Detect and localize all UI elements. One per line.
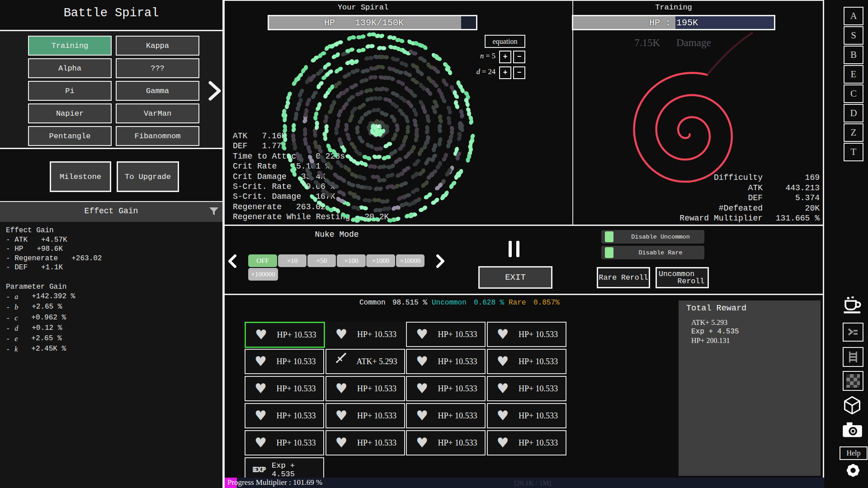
checkbox-icon[interactable] <box>605 247 613 258</box>
effect-label: - Regenerate <box>6 254 58 263</box>
sidebar-tab-pentangle[interactable]: Pentangle <box>28 126 112 146</box>
nuke-option-x100000[interactable]: ×100000 <box>248 268 278 281</box>
total-reward-title: Total Reward <box>686 304 746 313</box>
hotkey-c[interactable]: C <box>844 84 863 103</box>
terminal-icon[interactable] <box>843 323 863 342</box>
ladder-icon[interactable] <box>843 347 863 367</box>
nuke-option-x50[interactable]: ×50 <box>307 254 336 267</box>
reward-card-hp-10.533[interactable]: ♥HP+ 10.533 <box>487 403 566 428</box>
reward-card-hp-10.533[interactable]: ♥HP+ 10.533 <box>245 376 324 401</box>
nuke-option-x10000[interactable]: ×10000 <box>396 254 425 267</box>
effect-value: +263.02 <box>71 254 102 263</box>
settings-gear-icon[interactable] <box>844 461 863 482</box>
hotkey-b[interactable]: B <box>844 46 863 64</box>
pause-icon[interactable] <box>509 241 512 257</box>
d-increase-button[interactable]: + <box>499 66 511 79</box>
filter-icon[interactable] <box>209 207 219 218</box>
camera-icon[interactable] <box>842 421 863 441</box>
reward-card-hp-10.533[interactable]: ♥HP+ 10.533 <box>487 376 566 401</box>
card-text: HP+ 10.533 <box>353 323 401 346</box>
parameter-label: - k <box>6 344 18 355</box>
reward-card-atk-5.293[interactable]: ATK+ 5.293 <box>326 349 405 374</box>
sidebar-tab-[interactable]: ??? <box>116 58 199 78</box>
progress-bar: Progress Multiplier : 101.69 % [20.1K / … <box>225 478 824 488</box>
nuke-option-x10[interactable]: ×10 <box>278 254 307 267</box>
hotkey-z[interactable]: Z <box>844 123 863 142</box>
heart-icon: ♥ <box>497 355 509 368</box>
sidebar-tab-napier[interactable]: Napier <box>28 103 112 123</box>
reward-card-hp-10.533[interactable]: ♥HP+ 10.533 <box>406 349 486 374</box>
reward-card-hp-10.533[interactable]: ♥HP+ 10.533 <box>487 430 566 455</box>
enemy-stat-row: Difficulty169 <box>679 173 820 183</box>
sidebar-tab-kappa[interactable]: Kappa <box>116 36 199 56</box>
reward-card-hp-10.533[interactable]: ♥HP+ 10.533 <box>326 322 405 347</box>
total-reward-line: ATK+ 5.293 <box>691 319 727 327</box>
stat-value: 5.374 <box>772 193 820 203</box>
effect-value: +4.57K <box>41 235 67 245</box>
reward-card-hp-10.533[interactable]: ♥HP+ 10.533 <box>245 322 325 348</box>
reward-card-hp-10.533[interactable]: ♥HP+ 10.533 <box>326 430 405 455</box>
reward-card-hp-10.533[interactable]: ♥HP+ 10.533 <box>245 403 324 428</box>
reward-card-hp-10.533[interactable]: ♥HP+ 10.533 <box>245 349 324 374</box>
exit-button[interactable]: EXIT <box>478 266 552 289</box>
checkerboard-icon[interactable] <box>843 371 863 391</box>
milestone-button[interactable]: Milestone <box>50 161 111 192</box>
d-decrease-button[interactable]: − <box>513 66 525 79</box>
card-text: HP+ 10.533 <box>514 404 563 427</box>
card-text: HP+ 10.533 <box>514 350 563 373</box>
reward-card-hp-10.533[interactable]: ♥HP+ 10.533 <box>487 349 566 374</box>
effect-label: - DEF <box>6 263 28 272</box>
coffee-icon[interactable] <box>843 296 863 318</box>
toggle-disable-rare[interactable]: Disable Rare <box>601 246 704 259</box>
checkbox-icon[interactable] <box>605 231 613 242</box>
reward-card-hp-10.533[interactable]: ♥HP+ 10.533 <box>406 430 486 455</box>
stat-label: Difficulty <box>714 173 763 183</box>
nuke-next-chevron-icon[interactable] <box>435 254 445 270</box>
card-text: HP+ 10.533 <box>353 377 401 400</box>
nuke-option-x1000[interactable]: ×1000 <box>366 254 395 267</box>
sidebar-tab-alpha[interactable]: Alpha <box>28 58 112 78</box>
tabs-next-chevron-icon[interactable] <box>207 80 222 103</box>
damage-value: 7.15K <box>601 37 660 49</box>
hotkey-s[interactable]: S <box>844 26 863 45</box>
reward-card-hp-10.533[interactable]: ♥HP+ 10.533 <box>406 322 486 347</box>
n-decrease-button[interactable]: − <box>513 51 525 63</box>
card-text: HP+ 10.533 <box>514 431 563 455</box>
reward-card-hp-10.533[interactable]: ♥HP+ 10.533 <box>326 376 405 401</box>
cube-icon[interactable] <box>842 395 863 418</box>
uncommon-reroll-button[interactable]: Uncommon Reroll <box>656 267 709 288</box>
hotkey-t[interactable]: T <box>844 143 863 161</box>
hotkey-e[interactable]: E <box>844 65 863 84</box>
hotkey-a[interactable]: A <box>844 7 863 25</box>
sidebar-tab-training[interactable]: Training <box>28 36 112 56</box>
to-upgrade-button[interactable]: To Upgrade <box>117 161 179 192</box>
sidebar-tab-pi[interactable]: Pi <box>28 81 112 101</box>
reward-card-hp-10.533[interactable]: ♥HP+ 10.533 <box>487 322 566 347</box>
help-button[interactable]: Help <box>840 446 868 460</box>
sidebar-tab-varman[interactable]: VarMan <box>116 103 199 123</box>
nuke-option-off[interactable]: OFF <box>248 254 277 267</box>
reward-card-hp-10.533[interactable]: ♥HP+ 10.533 <box>245 430 324 455</box>
rare-reroll-button[interactable]: Rare Reroll <box>597 267 650 288</box>
sidebar-tab-fibanomnom[interactable]: Fibanomnom <box>116 126 199 146</box>
heart-icon: ♥ <box>255 328 267 342</box>
reward-card-hp-10.533[interactable]: ♥HP+ 10.533 <box>326 403 405 428</box>
heart-icon: ♥ <box>255 409 267 422</box>
reward-card-hp-10.533[interactable]: ♥HP+ 10.533 <box>406 403 486 428</box>
toggle-disable-uncommon[interactable]: Disable Uncommon <box>601 230 704 244</box>
equation-button[interactable]: equation <box>485 35 525 48</box>
effect-gain-header-label: Effect Gain <box>0 206 222 216</box>
nuke-option-x100[interactable]: ×100 <box>337 254 366 267</box>
card-text: HP+ 10.533 <box>514 323 563 346</box>
nuke-prev-chevron-icon[interactable] <box>227 254 237 270</box>
progress-label: Progress Multiplier : 101.69 % <box>227 478 322 487</box>
divider <box>225 294 823 295</box>
rarity-pct-common: 98.515 % <box>392 299 427 307</box>
effect-gain-title: Effect Gain <box>6 226 102 235</box>
reward-card-hp-10.533[interactable]: ♥HP+ 10.533 <box>406 376 486 401</box>
n-increase-button[interactable]: + <box>499 51 511 63</box>
sidebar-tab-gamma[interactable]: Gamma <box>116 81 199 101</box>
pause-icon[interactable] <box>516 241 519 257</box>
uncommon-reroll-line2: Reroll <box>678 277 704 286</box>
hotkey-d[interactable]: D <box>844 104 863 122</box>
